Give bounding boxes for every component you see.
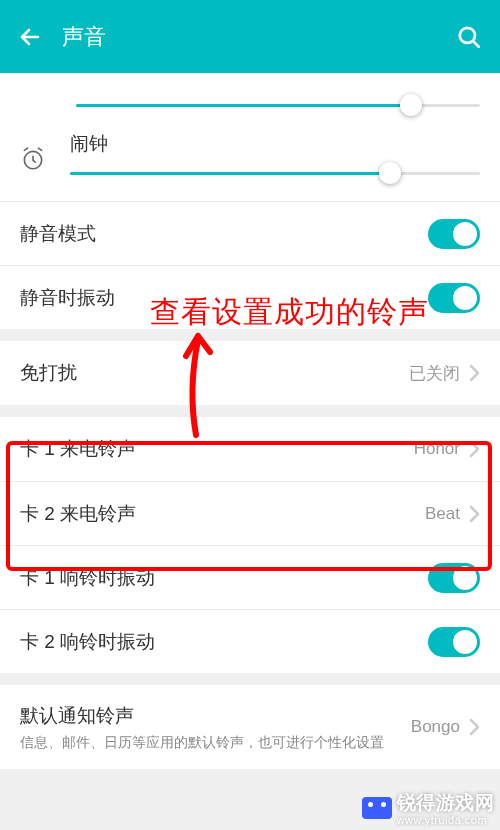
search-icon[interactable] — [456, 24, 482, 50]
watermark-logo-icon — [362, 797, 392, 819]
alarm-icon — [20, 146, 46, 172]
chevron-right-icon — [468, 439, 480, 459]
watermark: 锐得游戏网 www.ytruida.com — [362, 790, 495, 826]
sim1-vibrate-row: 卡 1 响铃时振动 — [0, 545, 500, 609]
alarm-slider[interactable] — [70, 159, 480, 187]
vibrate-silent-label: 静音时振动 — [20, 285, 428, 311]
page-title: 声音 — [62, 22, 456, 52]
sim1-ringtone-value: Honor — [414, 439, 460, 459]
dnd-row[interactable]: 免打扰 已关闭 — [0, 341, 500, 405]
watermark-main: 锐得游戏网 — [397, 792, 495, 813]
sim2-vibrate-label: 卡 2 响铃时振动 — [20, 629, 428, 655]
sim2-ringtone-label: 卡 2 来电铃声 — [20, 501, 425, 527]
volume-section: 闹钟 静音模式 静音时振动 — [0, 73, 500, 329]
default-notification-row[interactable]: 默认通知铃声 信息、邮件、日历等应用的默认铃声，也可进行个性化设置 Bongo — [0, 685, 500, 769]
vibrate-silent-toggle[interactable] — [428, 283, 480, 313]
vibrate-silent-row: 静音时振动 — [0, 265, 500, 329]
alarm-label: 闹钟 — [70, 131, 480, 157]
watermark-sub: www.ytruida.com — [397, 814, 495, 826]
default-notification-label: 默认通知铃声 — [20, 703, 411, 729]
back-icon[interactable] — [18, 25, 42, 49]
sim1-vibrate-label: 卡 1 响铃时振动 — [20, 565, 428, 591]
chevron-right-icon — [468, 363, 480, 383]
dnd-section: 免打扰 已关闭 — [0, 341, 500, 405]
sim1-ringtone-row[interactable]: 卡 1 来电铃声 Honor — [0, 417, 500, 481]
chevron-right-icon — [468, 504, 480, 524]
sim2-ringtone-row[interactable]: 卡 2 来电铃声 Beat — [0, 481, 500, 545]
dnd-value: 已关闭 — [409, 362, 460, 385]
dnd-label: 免打扰 — [20, 360, 409, 386]
silent-mode-toggle[interactable] — [428, 219, 480, 249]
silent-mode-label: 静音模式 — [20, 221, 428, 247]
volume-slider-top[interactable] — [76, 91, 480, 119]
sim1-vibrate-toggle[interactable] — [428, 563, 480, 593]
ringtone-section: 卡 1 来电铃声 Honor 卡 2 来电铃声 Beat 卡 1 响铃时振动 卡… — [0, 417, 500, 673]
notification-section: 默认通知铃声 信息、邮件、日历等应用的默认铃声，也可进行个性化设置 Bongo — [0, 685, 500, 769]
sim2-vibrate-toggle[interactable] — [428, 627, 480, 657]
default-notification-sub: 信息、邮件、日历等应用的默认铃声，也可进行个性化设置 — [20, 733, 411, 752]
sim1-ringtone-label: 卡 1 来电铃声 — [20, 436, 414, 462]
header-bar: 声音 — [0, 0, 500, 73]
silent-mode-row: 静音模式 — [0, 201, 500, 265]
sim2-vibrate-row: 卡 2 响铃时振动 — [0, 609, 500, 673]
chevron-right-icon — [468, 717, 480, 737]
sim2-ringtone-value: Beat — [425, 504, 460, 524]
default-notification-value: Bongo — [411, 717, 460, 737]
